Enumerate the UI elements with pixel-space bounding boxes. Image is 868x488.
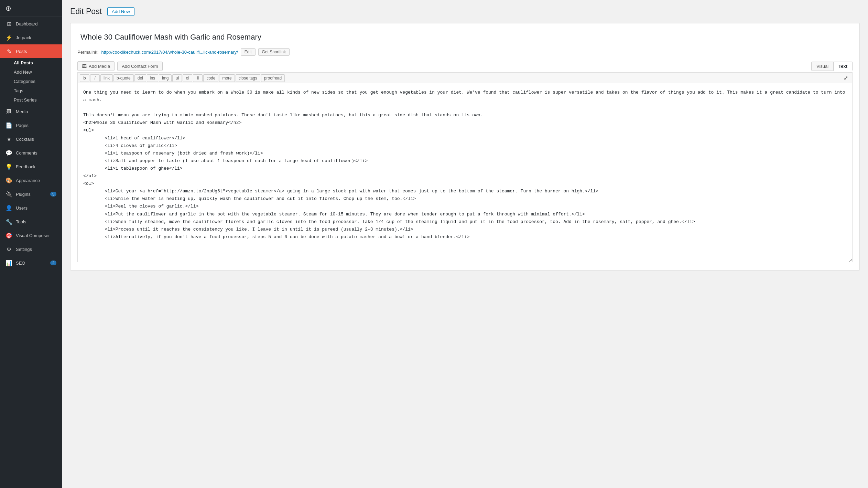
ul-button[interactable]: ul [172,74,182,82]
feedback-icon: 💡 [6,163,12,170]
appearance-icon: 🎨 [6,177,12,184]
sidebar-item-label: Cocktails [16,137,34,142]
sidebar-item-label: Plugins [16,192,31,197]
sidebar-subitem-categories[interactable]: Categories [0,77,62,86]
sidebar-subitem-all-posts[interactable]: All Posts [0,58,62,67]
close-tags-button[interactable]: close tags [236,74,260,82]
sidebar-item-label: Users [16,205,28,211]
tags-label: Tags [14,88,23,93]
posts-icon: ✎ [6,48,12,55]
jetpack-icon: ⚡ [6,34,12,41]
visual-composer-icon: 🎯 [6,232,12,239]
sidebar-item-cocktails[interactable]: ★ Cocktails [0,132,62,146]
del-button[interactable]: del [134,74,146,82]
all-posts-label: All Posts [14,60,33,65]
add-contact-form-button[interactable]: Add Contact Form [117,62,163,71]
ins-button[interactable]: ins [147,74,158,82]
img-button[interactable]: img [159,74,172,82]
pages-icon: 📄 [6,122,12,129]
sidebar-item-label: Tools [16,219,26,224]
cocktails-icon: ★ [6,136,12,142]
sidebar-item-label: Settings [16,247,32,252]
sidebar-item-label: Comments [16,150,37,156]
add-new-button[interactable]: Add New [107,7,134,16]
toolbar-left: 🖼 Add Media Add Contact Form [77,61,163,71]
sidebar-item-label: Posts [16,49,27,54]
text-tab[interactable]: Text [834,62,853,71]
permalink-row: Permalink: http://cooklikechuck.com/2017… [77,48,853,56]
users-icon: 👤 [6,204,12,211]
plugins-badge: 5 [50,192,56,197]
sidebar-item-tools[interactable]: 🔧 Tools [0,215,62,229]
sidebar-item-users[interactable]: 👤 Users [0,201,62,215]
sidebar-item-media[interactable]: 🖼 Media [0,105,62,118]
media-icon: 🖼 [6,108,12,115]
editor-toolbar-top: 🖼 Add Media Add Contact Form Visual Text [77,61,853,71]
settings-icon: ⚙ [6,246,12,253]
code-button[interactable]: code [203,74,218,82]
sidebar-item-visual-composer[interactable]: 🎯 Visual Composer [0,229,62,242]
bold-button[interactable]: b [80,74,89,82]
tools-icon: 🔧 [6,218,12,225]
get-shortlink-button[interactable]: Get Shortlink [258,48,290,56]
add-new-label: Add New [14,70,32,75]
sidebar-item-appearance[interactable]: 🎨 Appearance [0,173,62,187]
seo-icon: 📊 [6,259,12,266]
link-button[interactable]: link [100,74,113,82]
sidebar-item-label: Media [16,109,28,114]
sidebar-item-seo[interactable]: 📊 SEO 2 [0,256,62,270]
sidebar-item-posts[interactable]: ✎ Posts [0,44,62,58]
more-button[interactable]: more [219,74,235,82]
italic-button[interactable]: i [90,74,100,82]
permalink-label: Permalink: [77,50,98,55]
categories-label: Categories [14,79,35,84]
post-content-textarea[interactable] [77,83,853,262]
editor-container: Permalink: http://cooklikechuck.com/2017… [70,23,860,270]
sidebar-item-label: Dashboard [16,21,38,26]
sidebar-subitem-post-series[interactable]: Post Series [0,95,62,105]
post-title-input[interactable] [77,30,853,44]
sidebar-item-settings[interactable]: ⚙ Settings [0,242,62,256]
post-series-label: Post Series [14,97,36,103]
page-title: Edit Post [70,7,102,16]
comments-icon: 💬 [6,149,12,156]
add-media-button[interactable]: 🖼 Add Media [77,61,115,71]
format-toolbar: b i link b-quote del ins img ul ol li co… [77,72,853,83]
sidebar-item-label: Pages [16,123,29,128]
bquote-button[interactable]: b-quote [113,74,134,82]
sidebar-item-label: Jetpack [16,35,31,40]
sidebar-item-dashboard[interactable]: ⊞ Dashboard [0,17,62,31]
sidebar-item-label: Feedback [16,164,35,169]
li-button[interactable]: li [193,74,203,82]
page-header: Edit Post Add New [70,7,860,16]
wp-icon: ⊛ [6,4,11,12]
sidebar-item-jetpack[interactable]: ⚡ Jetpack [0,31,62,44]
ol-button[interactable]: ol [183,74,192,82]
sidebar-item-plugins[interactable]: 🔌 Plugins 5 [0,187,62,201]
view-tabs: Visual Text [811,62,853,71]
sidebar-item-label: Visual Composer [16,233,50,238]
proofread-button[interactable]: proofread [261,74,285,82]
sidebar-item-pages[interactable]: 📄 Pages [0,118,62,132]
sidebar-item-feedback[interactable]: 💡 Feedback [0,160,62,173]
dashboard-icon: ⊞ [6,20,12,27]
sidebar-subitem-add-new[interactable]: Add New [0,67,62,77]
visual-tab[interactable]: Visual [811,62,834,71]
add-media-label: Add Media [89,64,110,69]
sidebar-subitem-tags[interactable]: Tags [0,86,62,95]
sidebar-item-comments[interactable]: 💬 Comments [0,146,62,160]
permalink-url[interactable]: http://cooklikechuck.com/2017/04/whole-3… [101,50,238,55]
sidebar: ⊛ ⊞ Dashboard ⚡ Jetpack ✎ Posts All Post… [0,0,62,488]
expand-button[interactable]: ⤢ [842,74,850,82]
seo-badge: 2 [50,261,56,265]
main-content: Edit Post Add New Permalink: http://cook… [62,0,868,488]
edit-permalink-button[interactable]: Edit [241,48,256,56]
plugins-icon: 🔌 [6,191,12,198]
add-media-icon: 🖼 [82,63,87,69]
sidebar-item-label: SEO [16,261,25,266]
wp-logo: ⊛ [0,0,62,17]
sidebar-item-label: Appearance [16,178,40,183]
